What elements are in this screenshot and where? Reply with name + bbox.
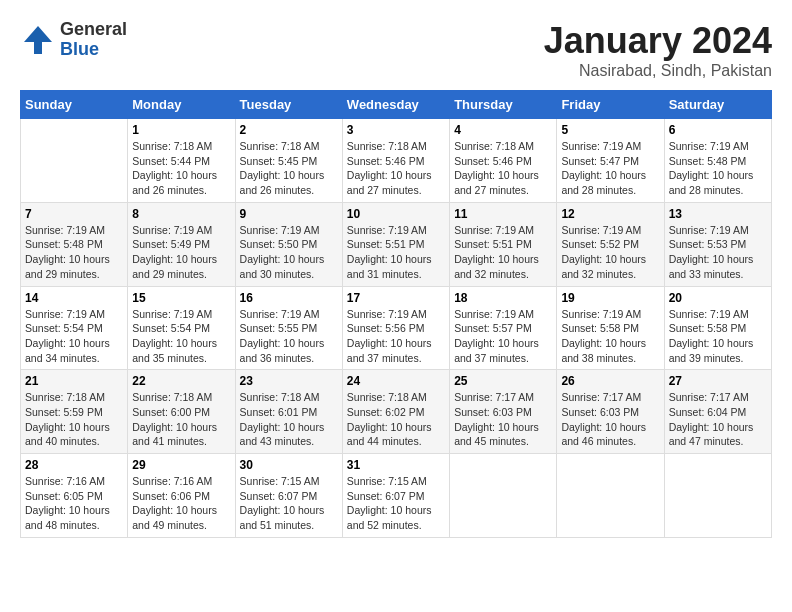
day-info: Sunrise: 7:18 AM Sunset: 6:00 PM Dayligh… xyxy=(132,390,230,449)
svg-rect-1 xyxy=(34,42,42,54)
day-info: Sunrise: 7:19 AM Sunset: 5:48 PM Dayligh… xyxy=(669,139,767,198)
day-number: 2 xyxy=(240,123,338,137)
day-number: 4 xyxy=(454,123,552,137)
day-number: 19 xyxy=(561,291,659,305)
calendar-cell: 2Sunrise: 7:18 AM Sunset: 5:45 PM Daylig… xyxy=(235,119,342,203)
calendar-cell xyxy=(664,454,771,538)
day-info: Sunrise: 7:18 AM Sunset: 5:45 PM Dayligh… xyxy=(240,139,338,198)
column-header-wednesday: Wednesday xyxy=(342,91,449,119)
page-subtitle: Nasirabad, Sindh, Pakistan xyxy=(544,62,772,80)
calendar-cell: 12Sunrise: 7:19 AM Sunset: 5:52 PM Dayli… xyxy=(557,202,664,286)
calendar-cell: 27Sunrise: 7:17 AM Sunset: 6:04 PM Dayli… xyxy=(664,370,771,454)
page-title: January 2024 xyxy=(544,20,772,62)
day-number: 25 xyxy=(454,374,552,388)
calendar-cell: 30Sunrise: 7:15 AM Sunset: 6:07 PM Dayli… xyxy=(235,454,342,538)
calendar-cell: 4Sunrise: 7:18 AM Sunset: 5:46 PM Daylig… xyxy=(450,119,557,203)
day-number: 27 xyxy=(669,374,767,388)
calendar-cell: 29Sunrise: 7:16 AM Sunset: 6:06 PM Dayli… xyxy=(128,454,235,538)
logo: General Blue xyxy=(20,20,127,60)
day-info: Sunrise: 7:17 AM Sunset: 6:03 PM Dayligh… xyxy=(454,390,552,449)
day-info: Sunrise: 7:18 AM Sunset: 5:46 PM Dayligh… xyxy=(454,139,552,198)
day-info: Sunrise: 7:19 AM Sunset: 5:50 PM Dayligh… xyxy=(240,223,338,282)
day-info: Sunrise: 7:19 AM Sunset: 5:56 PM Dayligh… xyxy=(347,307,445,366)
calendar-cell: 23Sunrise: 7:18 AM Sunset: 6:01 PM Dayli… xyxy=(235,370,342,454)
day-number: 29 xyxy=(132,458,230,472)
calendar-cell: 15Sunrise: 7:19 AM Sunset: 5:54 PM Dayli… xyxy=(128,286,235,370)
logo-general: General xyxy=(60,20,127,40)
logo-icon xyxy=(20,22,56,58)
day-number: 23 xyxy=(240,374,338,388)
calendar-cell: 11Sunrise: 7:19 AM Sunset: 5:51 PM Dayli… xyxy=(450,202,557,286)
day-number: 13 xyxy=(669,207,767,221)
day-info: Sunrise: 7:19 AM Sunset: 5:58 PM Dayligh… xyxy=(669,307,767,366)
calendar-cell: 24Sunrise: 7:18 AM Sunset: 6:02 PM Dayli… xyxy=(342,370,449,454)
day-info: Sunrise: 7:19 AM Sunset: 5:51 PM Dayligh… xyxy=(347,223,445,282)
calendar-table: SundayMondayTuesdayWednesdayThursdayFrid… xyxy=(20,90,772,538)
calendar-week-row: 1Sunrise: 7:18 AM Sunset: 5:44 PM Daylig… xyxy=(21,119,772,203)
calendar-cell: 8Sunrise: 7:19 AM Sunset: 5:49 PM Daylig… xyxy=(128,202,235,286)
calendar-cell: 13Sunrise: 7:19 AM Sunset: 5:53 PM Dayli… xyxy=(664,202,771,286)
day-info: Sunrise: 7:18 AM Sunset: 6:01 PM Dayligh… xyxy=(240,390,338,449)
day-info: Sunrise: 7:19 AM Sunset: 5:49 PM Dayligh… xyxy=(132,223,230,282)
column-header-tuesday: Tuesday xyxy=(235,91,342,119)
day-info: Sunrise: 7:18 AM Sunset: 5:59 PM Dayligh… xyxy=(25,390,123,449)
day-number: 22 xyxy=(132,374,230,388)
day-info: Sunrise: 7:18 AM Sunset: 6:02 PM Dayligh… xyxy=(347,390,445,449)
day-info: Sunrise: 7:19 AM Sunset: 5:55 PM Dayligh… xyxy=(240,307,338,366)
day-info: Sunrise: 7:19 AM Sunset: 5:54 PM Dayligh… xyxy=(132,307,230,366)
day-number: 31 xyxy=(347,458,445,472)
calendar-cell: 5Sunrise: 7:19 AM Sunset: 5:47 PM Daylig… xyxy=(557,119,664,203)
logo-text: General Blue xyxy=(60,20,127,60)
day-info: Sunrise: 7:19 AM Sunset: 5:57 PM Dayligh… xyxy=(454,307,552,366)
column-header-thursday: Thursday xyxy=(450,91,557,119)
day-number: 20 xyxy=(669,291,767,305)
page-header: General Blue January 2024 Nasirabad, Sin… xyxy=(20,20,772,80)
day-info: Sunrise: 7:19 AM Sunset: 5:52 PM Dayligh… xyxy=(561,223,659,282)
calendar-cell xyxy=(557,454,664,538)
day-number: 8 xyxy=(132,207,230,221)
day-info: Sunrise: 7:16 AM Sunset: 6:06 PM Dayligh… xyxy=(132,474,230,533)
column-header-sunday: Sunday xyxy=(21,91,128,119)
calendar-cell xyxy=(450,454,557,538)
day-number: 6 xyxy=(669,123,767,137)
svg-marker-0 xyxy=(24,26,52,42)
day-info: Sunrise: 7:19 AM Sunset: 5:48 PM Dayligh… xyxy=(25,223,123,282)
calendar-cell: 25Sunrise: 7:17 AM Sunset: 6:03 PM Dayli… xyxy=(450,370,557,454)
day-number: 14 xyxy=(25,291,123,305)
calendar-cell: 1Sunrise: 7:18 AM Sunset: 5:44 PM Daylig… xyxy=(128,119,235,203)
day-info: Sunrise: 7:19 AM Sunset: 5:51 PM Dayligh… xyxy=(454,223,552,282)
day-number: 7 xyxy=(25,207,123,221)
column-header-friday: Friday xyxy=(557,91,664,119)
column-header-saturday: Saturday xyxy=(664,91,771,119)
day-info: Sunrise: 7:19 AM Sunset: 5:53 PM Dayligh… xyxy=(669,223,767,282)
day-number: 26 xyxy=(561,374,659,388)
calendar-week-row: 21Sunrise: 7:18 AM Sunset: 5:59 PM Dayli… xyxy=(21,370,772,454)
calendar-cell: 18Sunrise: 7:19 AM Sunset: 5:57 PM Dayli… xyxy=(450,286,557,370)
day-number: 21 xyxy=(25,374,123,388)
day-info: Sunrise: 7:16 AM Sunset: 6:05 PM Dayligh… xyxy=(25,474,123,533)
day-info: Sunrise: 7:15 AM Sunset: 6:07 PM Dayligh… xyxy=(347,474,445,533)
calendar-cell: 3Sunrise: 7:18 AM Sunset: 5:46 PM Daylig… xyxy=(342,119,449,203)
day-number: 24 xyxy=(347,374,445,388)
calendar-week-row: 14Sunrise: 7:19 AM Sunset: 5:54 PM Dayli… xyxy=(21,286,772,370)
day-info: Sunrise: 7:18 AM Sunset: 5:46 PM Dayligh… xyxy=(347,139,445,198)
day-info: Sunrise: 7:19 AM Sunset: 5:58 PM Dayligh… xyxy=(561,307,659,366)
calendar-cell: 7Sunrise: 7:19 AM Sunset: 5:48 PM Daylig… xyxy=(21,202,128,286)
calendar-cell: 9Sunrise: 7:19 AM Sunset: 5:50 PM Daylig… xyxy=(235,202,342,286)
calendar-cell: 22Sunrise: 7:18 AM Sunset: 6:00 PM Dayli… xyxy=(128,370,235,454)
day-info: Sunrise: 7:17 AM Sunset: 6:03 PM Dayligh… xyxy=(561,390,659,449)
day-info: Sunrise: 7:19 AM Sunset: 5:47 PM Dayligh… xyxy=(561,139,659,198)
calendar-cell: 17Sunrise: 7:19 AM Sunset: 5:56 PM Dayli… xyxy=(342,286,449,370)
day-number: 18 xyxy=(454,291,552,305)
calendar-cell: 14Sunrise: 7:19 AM Sunset: 5:54 PM Dayli… xyxy=(21,286,128,370)
day-number: 16 xyxy=(240,291,338,305)
title-block: January 2024 Nasirabad, Sindh, Pakistan xyxy=(544,20,772,80)
day-number: 10 xyxy=(347,207,445,221)
calendar-header-row: SundayMondayTuesdayWednesdayThursdayFrid… xyxy=(21,91,772,119)
calendar-cell: 26Sunrise: 7:17 AM Sunset: 6:03 PM Dayli… xyxy=(557,370,664,454)
day-info: Sunrise: 7:17 AM Sunset: 6:04 PM Dayligh… xyxy=(669,390,767,449)
calendar-week-row: 28Sunrise: 7:16 AM Sunset: 6:05 PM Dayli… xyxy=(21,454,772,538)
calendar-cell: 20Sunrise: 7:19 AM Sunset: 5:58 PM Dayli… xyxy=(664,286,771,370)
calendar-cell xyxy=(21,119,128,203)
day-number: 12 xyxy=(561,207,659,221)
